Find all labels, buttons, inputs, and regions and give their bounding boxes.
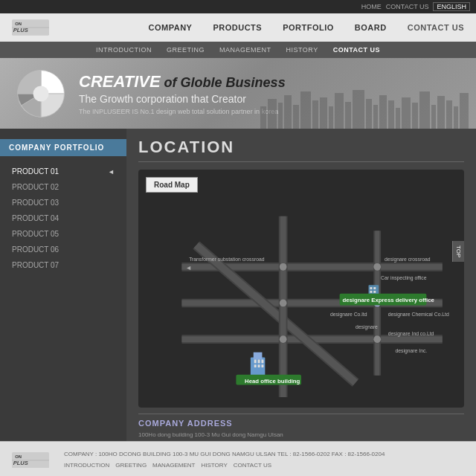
svg-rect-63 bbox=[373, 291, 376, 293]
svg-point-49 bbox=[373, 335, 381, 343]
address-title: COMPANY ADDRESS bbox=[138, 419, 464, 428]
svg-rect-52 bbox=[254, 353, 263, 360]
nav-company[interactable]: COMPANY bbox=[149, 23, 193, 32]
svg-rect-22 bbox=[396, 108, 400, 129]
svg-rect-23 bbox=[402, 97, 411, 129]
svg-text:Transformer substation crossro: Transformer substation crossroad bbox=[189, 257, 265, 262]
road-map-button[interactable]: Road Map bbox=[146, 177, 198, 193]
svg-rect-20 bbox=[379, 95, 387, 129]
svg-rect-10 bbox=[293, 105, 299, 129]
address-line1: 100Ho dong building 100-3 Mu Gui dong Na… bbox=[138, 431, 283, 438]
svg-rect-15 bbox=[335, 93, 344, 129]
main-content: COMPANY PORTFOLIO PRODUCT 01 ◄ PRODUCT 0… bbox=[0, 129, 476, 441]
address-section: COMPANY ADDRESS 100Ho dong building 100-… bbox=[138, 414, 464, 441]
svg-text:designare Inc.: designare Inc. bbox=[396, 348, 428, 354]
svg-rect-13 bbox=[320, 97, 327, 129]
svg-rect-55 bbox=[261, 359, 263, 363]
svg-point-5 bbox=[33, 86, 49, 101]
hero-pie-chart bbox=[15, 68, 67, 120]
sidebar-item-label: PRODUCT 05 bbox=[12, 230, 59, 238]
sidebar-item-product01[interactable]: PRODUCT 01 ◄ bbox=[0, 164, 126, 179]
subnav-greeting[interactable]: GREETING bbox=[167, 46, 205, 54]
sidebar: COMPANY PORTFOLIO PRODUCT 01 ◄ PRODUCT 0… bbox=[0, 129, 126, 441]
sidebar-title: COMPANY PORTFOLIO bbox=[0, 139, 126, 156]
svg-rect-19 bbox=[373, 105, 378, 129]
nav-contact-us[interactable]: CONTACT US bbox=[408, 23, 464, 32]
svg-rect-12 bbox=[312, 100, 318, 129]
subnav-contact[interactable]: CONTACT US bbox=[333, 46, 380, 54]
contact-link[interactable]: CONTACT US bbox=[386, 3, 429, 10]
sidebar-item-label: PRODUCT 01 bbox=[12, 167, 59, 176]
svg-rect-17 bbox=[353, 90, 364, 129]
footer-link-introduction[interactable]: INTRODUCTION bbox=[64, 461, 109, 471]
svg-rect-31 bbox=[138, 173, 464, 404]
sidebar-item-label: PRODUCT 04 bbox=[12, 214, 59, 222]
logo-icon: ON PLUS bbox=[12, 19, 49, 36]
top-button[interactable]: TOP bbox=[452, 241, 464, 262]
svg-text:designare Express delivery off: designare Express delivery office bbox=[342, 297, 434, 303]
subnav-introduction[interactable]: INTRODUCTION bbox=[96, 46, 152, 54]
svg-point-48 bbox=[280, 335, 287, 343]
english-link[interactable]: ENGLISH bbox=[433, 2, 470, 11]
home-link[interactable]: HOME bbox=[361, 3, 382, 10]
svg-rect-61 bbox=[373, 287, 376, 289]
subnav-management[interactable]: MANAGEMENT bbox=[219, 46, 271, 54]
sidebar-item-product03[interactable]: PRODUCT 03 bbox=[0, 195, 126, 210]
address-text: 100Ho dong building 100-3 Mu Gui dong Na… bbox=[138, 431, 464, 441]
nav-portfolio[interactable]: PORTFOLIO bbox=[283, 23, 334, 32]
svg-rect-14 bbox=[329, 106, 333, 129]
sidebar-item-product04[interactable]: PRODUCT 04 bbox=[0, 210, 126, 226]
hero-cityline bbox=[253, 84, 476, 129]
svg-rect-58 bbox=[261, 364, 263, 367]
subnav-history[interactable]: HISTORY bbox=[286, 46, 318, 54]
sidebar-item-product05[interactable]: PRODUCT 05 bbox=[0, 226, 126, 242]
svg-rect-28 bbox=[446, 100, 452, 129]
svg-rect-9 bbox=[284, 95, 292, 129]
sidebar-item-label: PRODUCT 02 bbox=[12, 183, 59, 191]
svg-rect-62 bbox=[370, 291, 372, 293]
footer-link-management[interactable]: MANAGEMENT bbox=[152, 461, 195, 471]
sidebar-item-product06[interactable]: PRODUCT 06 bbox=[0, 242, 126, 257]
footer-info: COMPANY : 100HO DCONG BUILDING 100-3 MU … bbox=[64, 450, 385, 471]
hero-section: CREATIVE of Globle Business The Growth c… bbox=[0, 58, 476, 129]
location-title: LOCATION bbox=[138, 138, 464, 162]
footer-link-greeting[interactable]: GREETING bbox=[115, 461, 147, 471]
svg-rect-54 bbox=[258, 359, 260, 363]
nav-board[interactable]: BOARD bbox=[355, 23, 387, 32]
svg-rect-7 bbox=[268, 99, 277, 129]
svg-rect-24 bbox=[412, 103, 418, 129]
sidebar-item-product07[interactable]: PRODUCT 07 bbox=[0, 257, 126, 273]
sidebar-item-label: PRODUCT 03 bbox=[12, 199, 59, 207]
sidebar-item-label: PRODUCT 07 bbox=[12, 261, 59, 269]
map-area: Road Map bbox=[138, 170, 464, 408]
sidebar-item-product02[interactable]: PRODUCT 02 bbox=[0, 179, 126, 195]
sidebar-arrow: ◄ bbox=[108, 168, 115, 176]
svg-rect-57 bbox=[258, 364, 260, 367]
top-bar: HOME CONTACT US ENGLISH bbox=[0, 0, 476, 13]
hero-title-creative: CREATIVE bbox=[79, 72, 161, 91]
svg-text:ON: ON bbox=[15, 22, 22, 27]
footer: ON PLUS COMPANY : 100HO DCONG BUILDING 1… bbox=[0, 441, 476, 476]
footer-info-line1: COMPANY : 100HO DCONG BUILDING 100-3 MU … bbox=[64, 450, 385, 460]
main-nav: COMPANY PRODUCTS PORTFOLIO BOARD CONTACT… bbox=[149, 23, 464, 32]
nav-products[interactable]: PRODUCTS bbox=[213, 23, 262, 32]
address-line2: Tel : 82-52-269-1224 Fax : 82-269-1224 bbox=[138, 440, 243, 441]
svg-point-46 bbox=[373, 263, 381, 271]
svg-text:designare crossroad: designare crossroad bbox=[385, 257, 431, 263]
svg-rect-53 bbox=[254, 359, 257, 363]
footer-link-history[interactable]: HISTORY bbox=[201, 461, 227, 471]
svg-point-45 bbox=[280, 263, 287, 271]
svg-rect-60 bbox=[370, 287, 372, 289]
svg-text:ON: ON bbox=[15, 454, 22, 459]
svg-text:◄: ◄ bbox=[185, 264, 192, 271]
svg-point-50 bbox=[280, 300, 287, 307]
map-svg: ◄ bbox=[138, 170, 464, 408]
svg-rect-30 bbox=[460, 93, 469, 129]
footer-link-contact[interactable]: CONTACT US bbox=[234, 461, 271, 471]
svg-text:designare Co.ltd: designare Co.ltd bbox=[330, 312, 367, 318]
svg-rect-21 bbox=[388, 100, 394, 129]
svg-text:designare Ind co.Ltd: designare Ind co.Ltd bbox=[388, 331, 434, 337]
logo: ON PLUS bbox=[12, 19, 49, 36]
svg-rect-26 bbox=[431, 105, 436, 129]
svg-text:Head office building: Head office building bbox=[245, 378, 300, 385]
